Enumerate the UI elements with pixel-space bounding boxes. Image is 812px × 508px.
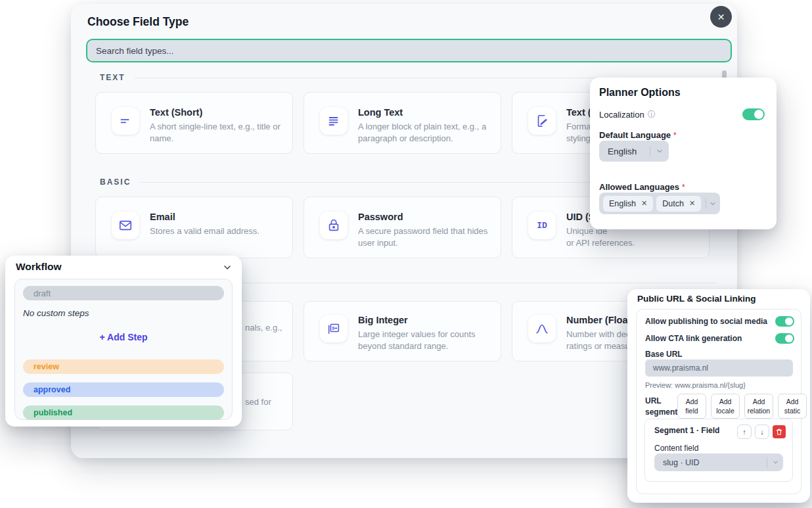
- field-card-email[interactable]: Email Stores a valid email address.: [95, 196, 293, 258]
- delete-segment-button[interactable]: [773, 425, 786, 438]
- content-field-value: slug · UID: [654, 458, 767, 467]
- segment-actions: ↑ ↓: [737, 425, 786, 439]
- allowed-languages-multiselect[interactable]: English ✕ Dutch ✕: [599, 193, 720, 214]
- url-preview-text: Preview: www.praisma.nl/{slug}: [645, 381, 746, 389]
- localization-toggle[interactable]: [742, 108, 765, 120]
- section-label: BASIC: [100, 177, 131, 187]
- field-card-text-short[interactable]: Text (Short) A short single-line text, e…: [95, 92, 293, 154]
- card-title: Text (Short): [150, 107, 281, 118]
- chip-label: English: [609, 199, 636, 208]
- base-url-input[interactable]: www.praisma.nl: [645, 359, 793, 377]
- long-text-icon: [320, 107, 348, 135]
- default-language-row: Default Language*: [599, 129, 677, 141]
- language-chip[interactable]: Dutch ✕: [656, 196, 701, 212]
- chevron-down-icon: [706, 200, 720, 208]
- step-label: approved: [34, 385, 70, 394]
- big-integer-icon: 9+: [320, 315, 348, 342]
- move-up-button[interactable]: ↑: [737, 425, 752, 439]
- field-card-password[interactable]: Password A secure password field that hi…: [304, 196, 501, 258]
- add-locale-button[interactable]: Add locale: [711, 394, 740, 419]
- segment-buttons-row: Add field Add locale Add relation Add st…: [677, 394, 807, 419]
- default-language-select[interactable]: English: [599, 141, 669, 162]
- chip-remove-icon[interactable]: ✕: [641, 199, 647, 208]
- search-input[interactable]: [86, 39, 732, 62]
- step-label: review: [34, 362, 59, 371]
- close-button[interactable]: ✕: [710, 6, 732, 28]
- url-segments-label: URL segments: [645, 396, 678, 419]
- field-card-long-text[interactable]: Long Text A longer block of plain text, …: [304, 92, 501, 154]
- chip-remove-icon[interactable]: ✕: [689, 199, 695, 208]
- workflow-title: Workflow: [16, 261, 61, 273]
- chevron-down-icon: [767, 459, 783, 466]
- card-desc: A secure password field that hides user …: [358, 225, 489, 250]
- card-desc-line: or API references.: [566, 237, 635, 249]
- card-desc: Large integer values for counts beyond s…: [358, 329, 489, 353]
- collapse-chevron-icon[interactable]: [222, 262, 233, 275]
- base-url-label: Base URL: [645, 350, 683, 359]
- cta-link-label: Allow CTA link generation: [645, 334, 742, 343]
- workflow-step-approved[interactable]: approved: [23, 382, 224, 397]
- add-field-button[interactable]: Add field: [677, 394, 706, 419]
- workflow-step-draft[interactable]: draft: [23, 286, 224, 300]
- chevron-down-icon: [650, 147, 669, 155]
- card-desc: Stores a valid email address.: [150, 225, 259, 237]
- section-label: TEXT: [100, 73, 125, 82]
- social-media-label: Allow publishing to social media: [645, 317, 767, 326]
- public-url-title: Public URL & Social Linking: [637, 294, 756, 304]
- card-desc-fragment: nals, e.g.,: [245, 323, 282, 333]
- step-label: published: [34, 408, 72, 417]
- planner-title: Planner Options: [599, 87, 681, 99]
- default-language-label: Default Language: [599, 130, 671, 140]
- social-media-toggle[interactable]: [775, 316, 794, 327]
- allowed-languages-row: Allowed Languages*: [599, 181, 685, 193]
- required-asterisk: *: [682, 183, 685, 192]
- card-title: Password: [358, 212, 489, 222]
- card-desc-fragment: sed for: [245, 397, 271, 407]
- uid-icon: ID: [528, 212, 556, 239]
- workflow-empty-text: No custom steps: [23, 308, 89, 318]
- card-title: Email: [150, 212, 259, 222]
- down-arrow-icon: ↓: [760, 428, 764, 436]
- planner-options-panel: Planner Options Localization ⓘ Default L…: [590, 78, 777, 229]
- short-text-icon: [112, 107, 139, 135]
- social-media-row: Allow publishing to social media: [645, 316, 794, 327]
- field-card-big-integer[interactable]: 9+ Big Integer Large integer values for …: [304, 301, 501, 361]
- cta-link-toggle[interactable]: [775, 333, 794, 344]
- segment-card: Segment 1 · Field ↑ ↓ Content field slug…: [644, 419, 793, 482]
- add-step-button[interactable]: + Add Step: [15, 332, 232, 342]
- screen: Choose Field Type ✕ TEXT Text (Short) A …: [0, 0, 812, 508]
- workflow-step-review[interactable]: review: [23, 359, 224, 374]
- workflow-step-published[interactable]: published: [23, 405, 224, 420]
- default-language-value: English: [599, 147, 650, 156]
- float-icon: [528, 315, 556, 342]
- lock-icon: [320, 212, 348, 239]
- content-field-label: Content field: [654, 444, 698, 453]
- public-url-panel: Public URL & Social Linking Allow publis…: [627, 289, 810, 503]
- modal-title: Choose Field Type: [87, 15, 189, 29]
- card-title: Long Text: [358, 107, 489, 118]
- localization-label: Localization: [599, 110, 644, 120]
- rich-text-icon: [528, 107, 556, 135]
- public-url-body: Allow publishing to social media Allow C…: [636, 309, 801, 494]
- cta-link-row: Allow CTA link generation: [645, 333, 794, 344]
- svg-text:9+: 9+: [332, 325, 337, 331]
- chip-label: Dutch: [662, 199, 684, 208]
- base-url-value: www.praisma.nl: [653, 363, 708, 373]
- card-desc: A longer block of plain text, e.g., a pa…: [358, 121, 489, 145]
- trash-icon: [776, 428, 782, 436]
- up-arrow-icon: ↑: [742, 428, 746, 436]
- allowed-languages-label: Allowed Languages: [599, 182, 679, 192]
- move-down-button[interactable]: ↓: [755, 425, 769, 439]
- workflow-steps-container: draft No custom steps + Add Step review …: [14, 279, 233, 420]
- card-desc: A short single-line text, e.g., title or…: [150, 121, 281, 145]
- add-relation-button[interactable]: Add relation: [744, 394, 773, 419]
- segment-title: Segment 1 · Field: [654, 426, 719, 435]
- localization-row: Localization ⓘ: [599, 109, 656, 120]
- info-icon: ⓘ: [648, 109, 656, 120]
- language-chip[interactable]: English ✕: [603, 196, 653, 212]
- workflow-panel: Workflow draft No custom steps + Add Ste…: [5, 256, 242, 427]
- add-static-button[interactable]: Add static: [778, 394, 807, 419]
- required-asterisk: *: [673, 131, 677, 140]
- email-icon: [112, 212, 139, 239]
- content-field-select[interactable]: slug · UID: [654, 453, 783, 471]
